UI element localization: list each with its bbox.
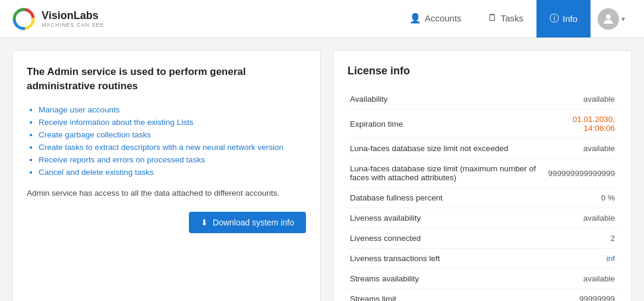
row-value: available: [541, 89, 617, 109]
table-row: Liveness availabilityavailable: [348, 208, 617, 228]
nav-bar: 👤 Accounts 🗒 Tasks ⓘ Info: [396, 0, 591, 37]
accounts-icon: 👤: [409, 12, 421, 24]
download-system-info-button[interactable]: ⬇ Download system info: [189, 212, 306, 233]
table-row: Liveness transactions leftinf: [348, 249, 617, 269]
table-row: Luna-faces database size limit not excee…: [348, 139, 617, 159]
tasks-icon: 🗒: [488, 12, 497, 23]
row-value: available: [541, 208, 617, 228]
list-item: Cancel and delete existing tasks: [39, 168, 306, 177]
license-table: AvailabilityavailableExpiration time01.0…: [348, 89, 617, 301]
left-panel-heading: The Admin service is used to perform gen…: [27, 65, 306, 93]
list-item: Create garbage collection tasks: [39, 130, 306, 139]
row-label: Liveness availability: [348, 208, 541, 228]
avatar: [598, 8, 619, 30]
row-value: available: [541, 269, 617, 289]
table-row: Database fullness percent0 %: [348, 188, 617, 208]
logo-name: VisionLabs: [42, 10, 105, 22]
nav-item-tasks[interactable]: 🗒 Tasks: [475, 0, 536, 37]
row-label: Streams availability: [348, 269, 541, 289]
info-icon: ⓘ: [550, 12, 559, 25]
nav-item-info[interactable]: ⓘ Info: [536, 0, 591, 37]
row-label: Streams limit: [348, 289, 541, 302]
row-label: Liveness transactions left: [348, 249, 541, 269]
svg-point-1: [606, 14, 611, 19]
list-item: Manage user accounts: [39, 105, 306, 114]
table-row: Luna-faces database size limit (maximum …: [348, 159, 617, 188]
license-title: License info: [348, 65, 617, 77]
table-row: Expiration time01.01.2030, 14:06:06: [348, 109, 617, 139]
row-label: Liveness connected: [348, 228, 541, 249]
license-panel: License info AvailabilityavailableExpira…: [333, 50, 632, 301]
row-label: Luna-faces database size limit not excee…: [348, 139, 541, 159]
accounts-label: Accounts: [425, 13, 462, 23]
user-chevron: ▾: [621, 15, 625, 23]
feature-list: Manage user accounts Receive information…: [27, 105, 306, 177]
row-label: Expiration time: [348, 109, 541, 139]
table-row: Liveness connected2: [348, 228, 617, 249]
user-menu[interactable]: ▾: [591, 8, 632, 30]
logo-icon: [12, 7, 36, 31]
row-value: available: [541, 139, 617, 159]
row-label: Database fullness percent: [348, 188, 541, 208]
row-value: inf: [541, 249, 617, 269]
table-row: Availabilityavailable: [348, 89, 617, 109]
info-label: Info: [563, 14, 577, 24]
nav-item-accounts[interactable]: 👤 Accounts: [396, 0, 475, 37]
row-value: 01.01.2030, 14:06:06: [541, 109, 617, 139]
row-label: Availability: [348, 89, 541, 109]
table-row: Streams availabilityavailable: [348, 269, 617, 289]
row-label: Luna-faces database size limit (maximum …: [348, 159, 541, 188]
main-content: The Admin service is used to perform gen…: [0, 38, 644, 301]
list-item: Create tasks to extract descriptors with…: [39, 143, 306, 152]
logo-text: VisionLabs MACHINES CAN SEE: [42, 10, 105, 28]
download-icon: ⬇: [201, 218, 208, 227]
row-value: 99999999: [541, 289, 617, 302]
row-value: 2: [541, 228, 617, 249]
table-row: Streams limit99999999: [348, 289, 617, 302]
left-panel: The Admin service is used to perform gen…: [12, 50, 321, 301]
list-item: Receive reports and errors on processed …: [39, 155, 306, 164]
row-value: 999999999999999: [541, 159, 617, 188]
header: VisionLabs MACHINES CAN SEE 👤 Accounts 🗒…: [0, 0, 644, 38]
download-btn-label: Download system info: [213, 218, 294, 227]
row-value: 0 %: [541, 188, 617, 208]
description-text: Admin service has access to all the data…: [27, 189, 306, 197]
list-item: Receive information about the existing L…: [39, 118, 306, 127]
logo-tagline: MACHINES CAN SEE: [42, 22, 105, 28]
tasks-label: Tasks: [501, 13, 523, 23]
logo-area: VisionLabs MACHINES CAN SEE: [12, 7, 105, 31]
